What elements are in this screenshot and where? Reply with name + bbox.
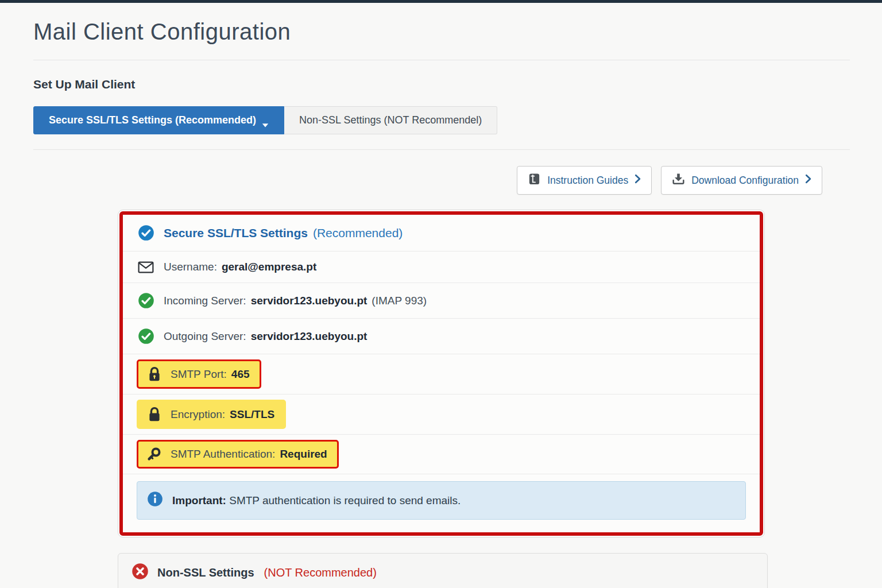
incoming-server-row: Incoming Server: servidor123.uebyou.pt (… <box>123 283 760 318</box>
incoming-server-value: servidor123.uebyou.pt <box>251 295 368 307</box>
chevron-right-icon <box>805 174 811 187</box>
page-title: Mail Client Configuration <box>33 19 850 45</box>
section-heading: Set Up Mail Client <box>33 78 850 91</box>
secure-panel-header: Secure SSL/TLS Settings (Recommended) <box>123 215 760 251</box>
encryption-row: Encryption: SSL/TLS <box>123 394 760 434</box>
username-row: Username: geral@empresa.pt <box>123 251 760 283</box>
tab-secure-ssl-settings[interactable]: Secure SSL/TLS Settings (Recommended) <box>33 106 284 134</box>
secure-settings-card: Secure SSL/TLS Settings (Recommended) Us… <box>118 210 765 537</box>
outgoing-server-row: Outgoing Server: servidor123.uebyou.pt <box>123 318 760 354</box>
smtp-port-highlight: SMTP Port: 465 <box>137 359 261 389</box>
divider <box>33 60 850 60</box>
settings-tabs: Secure SSL/TLS Settings (Recommended) No… <box>33 106 850 134</box>
smtp-authentication-highlight: SMTP Authentication: Required <box>137 440 339 469</box>
smtp-authentication-row: SMTP Authentication: Required <box>123 434 760 474</box>
chevron-right-icon <box>635 174 641 187</box>
non-ssl-title: Non-SSL Settings <box>157 566 254 579</box>
encryption-value: SSL/TLS <box>230 408 274 421</box>
smtp-auth-important-notice: Important: SMTP authentication is requir… <box>137 481 746 520</box>
green-check-circle-icon <box>137 292 155 309</box>
smtp-port-value: 465 <box>231 368 250 381</box>
non-ssl-settings-header[interactable]: Non-SSL Settings (NOT Recommended) <box>118 553 768 588</box>
smtp-port-label: SMTP Port: <box>171 368 227 381</box>
tab-non-ssl-settings[interactable]: Non-SSL Settings (NOT Recommendel) <box>284 106 497 134</box>
red-annotation-outline: Secure SSL/TLS Settings (Recommended) Us… <box>119 211 763 536</box>
download-configuration-label: Download Configuration <box>691 175 799 187</box>
download-icon <box>672 172 685 188</box>
secure-panel-title: Secure SSL/TLS Settings <box>164 226 308 240</box>
blue-check-circle-icon <box>137 225 155 241</box>
notice-message: SMTP authentication is required to send … <box>229 494 461 506</box>
smtp-port-row: SMTP Port: 465 <box>123 354 760 394</box>
green-check-circle-icon <box>137 328 155 345</box>
incoming-server-label: Incoming Server: <box>164 295 246 307</box>
tab-secure-label: Secure SSL/TLS Settings (Recommended) <box>49 114 256 126</box>
smtp-authentication-value: Required <box>280 448 327 461</box>
username-label: Username: <box>164 261 217 273</box>
top-border-strip <box>0 0 882 3</box>
outgoing-server-value: servidor123.uebyou.pt <box>251 330 368 343</box>
encryption-label: Encryption: <box>171 408 225 421</box>
tab-non-ssl-label: Non-SSL Settings (NOT Recommendel) <box>299 114 482 126</box>
non-ssl-title-suffix: (NOT Recommended) <box>264 566 377 579</box>
info-circle-icon <box>147 491 163 510</box>
envelope-icon <box>137 261 155 273</box>
incoming-server-port: (IMAP 993) <box>372 295 427 307</box>
caret-down-icon <box>262 118 269 123</box>
username-value: geral@empresa.pt <box>222 261 316 273</box>
secure-panel-title-suffix: (Recommended) <box>313 226 403 240</box>
lock-icon <box>146 407 163 422</box>
outgoing-server-label: Outgoing Server: <box>164 330 246 343</box>
instruction-guides-button[interactable]: Instruction Guides <box>517 166 652 195</box>
smtp-authentication-label: SMTP Authentication: <box>171 448 275 461</box>
red-x-circle-icon <box>131 563 149 582</box>
notice-container: Important: SMTP authentication is requir… <box>123 474 760 532</box>
key-icon <box>146 447 163 462</box>
instruction-guides-label: Instruction Guides <box>547 175 628 187</box>
divider <box>33 149 850 150</box>
lock-icon <box>146 366 163 382</box>
action-buttons-row: Instruction Guides Download Configuratio… <box>33 166 822 195</box>
notice-text: Important: SMTP authentication is requir… <box>172 494 461 507</box>
download-configuration-button[interactable]: Download Configuration <box>661 166 822 195</box>
book-icon <box>528 172 541 188</box>
encryption-highlight: Encryption: SSL/TLS <box>137 400 286 429</box>
notice-prefix: Important: <box>172 494 226 506</box>
